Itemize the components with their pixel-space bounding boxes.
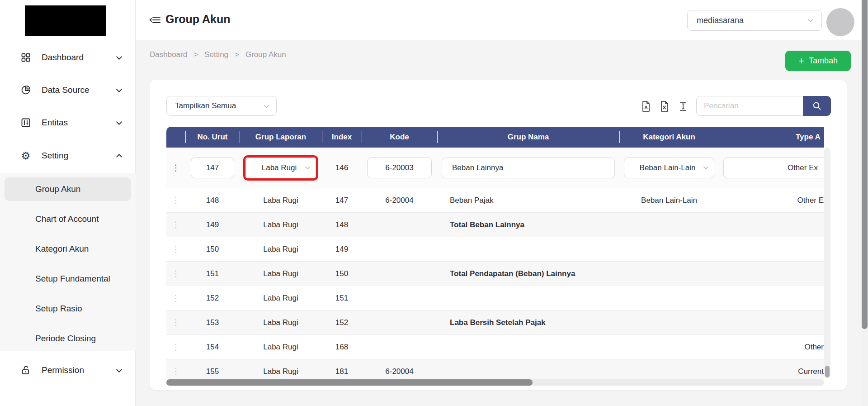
- chevron-down-icon: [115, 119, 123, 127]
- chevron-down-icon: [807, 17, 814, 24]
- index-cell: 181: [322, 367, 362, 376]
- search-input[interactable]: [696, 96, 803, 116]
- table-row[interactable]: ⋮ 151 Laba Rugi 150 Total Pendapatan (Be…: [166, 262, 824, 286]
- type-akun-input[interactable]: Other Ex: [723, 158, 824, 178]
- grup-laporan-cell: Laba Rugi: [240, 220, 322, 229]
- grup-nama-cell: Laba Bersih Setelah Pajak: [437, 318, 619, 327]
- grup-laporan-cell: Laba Rugi: [240, 318, 322, 327]
- column-header-kode[interactable]: Kode: [362, 127, 437, 148]
- table-edit-row: ⋮ 147 Laba Rugi 146 6-20003: [166, 148, 824, 188]
- sidebar-item-chart-of-account[interactable]: Chart of Account: [5, 207, 131, 231]
- grup-laporan-cell: Laba Rugi: [240, 367, 322, 376]
- sidebar-item-entitas[interactable]: Entitas: [0, 112, 136, 134]
- table-row[interactable]: ⋮ 149 Laba Rugi 148 Total Beban Lainnya: [166, 213, 824, 237]
- table-body: ⋮ 148 Laba Rugi 147 6-20004 Beban Pajak …: [166, 188, 824, 380]
- table-header-row: No. Urut Grup Laporan Index Kode Grup Na…: [166, 127, 824, 148]
- column-header-handle: [166, 127, 185, 148]
- kode-input[interactable]: 6-20003: [367, 158, 432, 178]
- sidebar-toggle-icon[interactable]: [149, 14, 161, 25]
- sidebar-item-dashboard[interactable]: Dashboard: [0, 47, 136, 68]
- sidebar-item-group-akun[interactable]: Group Akun: [5, 177, 131, 201]
- sidebar-item-kategori-akun[interactable]: Kategori Akun: [5, 237, 131, 261]
- tambah-button[interactable]: + Tambah: [785, 51, 851, 71]
- plus-icon: +: [798, 56, 804, 66]
- no-urut-cell: 149: [185, 220, 240, 229]
- column-header-grup-laporan[interactable]: Grup Laporan: [240, 127, 322, 148]
- grup-laporan-cell: Laba Rugi: [240, 294, 322, 303]
- drag-handle[interactable]: ⋮: [166, 268, 185, 279]
- grup-laporan-select[interactable]: Laba Rugi: [245, 158, 316, 178]
- chevron-down-icon: [115, 86, 123, 94]
- text-height-icon[interactable]: [677, 100, 689, 112]
- breadcrumb-item-dashboard[interactable]: Dashboard: [150, 50, 187, 59]
- export-excel-icon[interactable]: [659, 100, 670, 112]
- table-vertical-scrollbar-thumb[interactable]: [825, 366, 830, 377]
- grup-laporan-cell: Laba Rugi: [240, 343, 322, 352]
- entity-select[interactable]: mediasarana: [687, 10, 822, 31]
- breadcrumb-item-group-akun[interactable]: Group Akun: [245, 50, 286, 59]
- avatar[interactable]: [826, 8, 854, 36]
- sidebar-item-setting[interactable]: ⚙ Setting: [0, 145, 136, 167]
- sidebar-item-permission[interactable]: Permission: [0, 359, 136, 381]
- drag-handle[interactable]: ⋮: [166, 220, 185, 230]
- table-horizontal-scrollbar-thumb[interactable]: [166, 379, 533, 386]
- drag-handle[interactable]: ⋮: [166, 162, 185, 173]
- table-row[interactable]: ⋮ 148 Laba Rugi 147 6-20004 Beban Pajak …: [166, 188, 824, 213]
- filter-select[interactable]: Tampilkan Semua: [166, 96, 277, 116]
- column-header-no-urut[interactable]: No. Urut: [185, 127, 240, 148]
- entity-select-value: mediasarana: [697, 16, 807, 25]
- no-urut-cell: 154: [185, 343, 240, 352]
- no-urut-cell: 150: [185, 245, 240, 254]
- topbar: Group Akun mediasarana: [136, 0, 861, 40]
- content: Dashboard > Setting > Group Akun + Tamba…: [136, 40, 861, 406]
- table-row[interactable]: ⋮ 155 Laba Rugi 181 6-20004 Current: [166, 359, 824, 380]
- kategori-akun-cell: Beban Lain-Lain: [619, 196, 719, 205]
- table-row[interactable]: ⋮ 153 Laba Rugi 152 Laba Bersih Setelah …: [166, 310, 824, 335]
- kategori-akun-select[interactable]: Beban Lain-Lain: [624, 158, 714, 178]
- breadcrumb-item-setting[interactable]: Setting: [204, 50, 228, 59]
- column-header-index[interactable]: Index: [322, 127, 362, 148]
- column-header-grup-nama[interactable]: Grup Nama: [437, 127, 619, 148]
- drag-handle[interactable]: ⋮: [166, 342, 185, 352]
- sidebar-item-setup-fundamental[interactable]: Setup Fundamental: [5, 267, 131, 291]
- grup-nama-input[interactable]: Beban Lainnya: [442, 158, 615, 178]
- no-urut-input[interactable]: 147: [191, 158, 234, 178]
- sidebar-item-periode-closing[interactable]: Periode Closing: [5, 327, 131, 350]
- table-card: Tampilkan Semua: [150, 80, 847, 390]
- page-scrollbar-thumb[interactable]: [862, 0, 868, 329]
- chevron-down-icon: [115, 54, 123, 62]
- drag-handle[interactable]: ⋮: [166, 244, 185, 254]
- sidebar-item-label: Entitas: [42, 118, 115, 128]
- grup-nama-cell: Total Beban Lainnya: [437, 220, 619, 229]
- table-row[interactable]: ⋮ 154 Laba Rugi 168 Other: [166, 335, 824, 359]
- column-header-type-akun[interactable]: Type A: [719, 127, 824, 148]
- index-cell: 151: [322, 294, 362, 303]
- tambah-button-label: Tambah: [809, 56, 838, 66]
- no-urut-cell: 155: [185, 367, 240, 376]
- breadcrumb-separator: >: [193, 50, 198, 59]
- export-pdf-icon[interactable]: [640, 100, 652, 112]
- grup-laporan-cell: Laba Rugi: [240, 269, 322, 278]
- table-row[interactable]: ⋮ 152 Laba Rugi 151: [166, 286, 824, 310]
- type-akun-cell: Other: [719, 343, 824, 352]
- table-row[interactable]: ⋮ 150 Laba Rugi 149: [166, 237, 824, 262]
- no-urut-cell: 153: [185, 318, 240, 327]
- table: No. Urut Grup Laporan Index Kode Grup Na…: [166, 127, 824, 380]
- search-bar: [696, 96, 831, 116]
- chevron-up-icon: [115, 152, 123, 160]
- kategori-akun-select-value: Beban Lain-Lain: [632, 163, 703, 172]
- page: Dashboard Data Source Entitas ⚙ Setting …: [0, 0, 868, 406]
- drag-handle[interactable]: ⋮: [166, 195, 185, 205]
- drag-handle[interactable]: ⋮: [166, 293, 185, 303]
- no-urut-cell: 151: [185, 269, 240, 278]
- sidebar-item-setup-rasio[interactable]: Setup Rasio: [5, 297, 131, 320]
- breadcrumb-separator: >: [235, 50, 239, 59]
- sidebar-item-data-source[interactable]: Data Source: [0, 79, 136, 101]
- no-urut-cell: 148: [185, 196, 240, 205]
- pie-chart-icon: [20, 84, 32, 96]
- column-header-kategori-akun[interactable]: Kategori Akun: [619, 127, 719, 148]
- drag-handle[interactable]: ⋮: [166, 317, 185, 328]
- chevron-down-icon: [703, 164, 709, 171]
- search-button[interactable]: [803, 96, 831, 116]
- drag-handle[interactable]: ⋮: [166, 366, 185, 377]
